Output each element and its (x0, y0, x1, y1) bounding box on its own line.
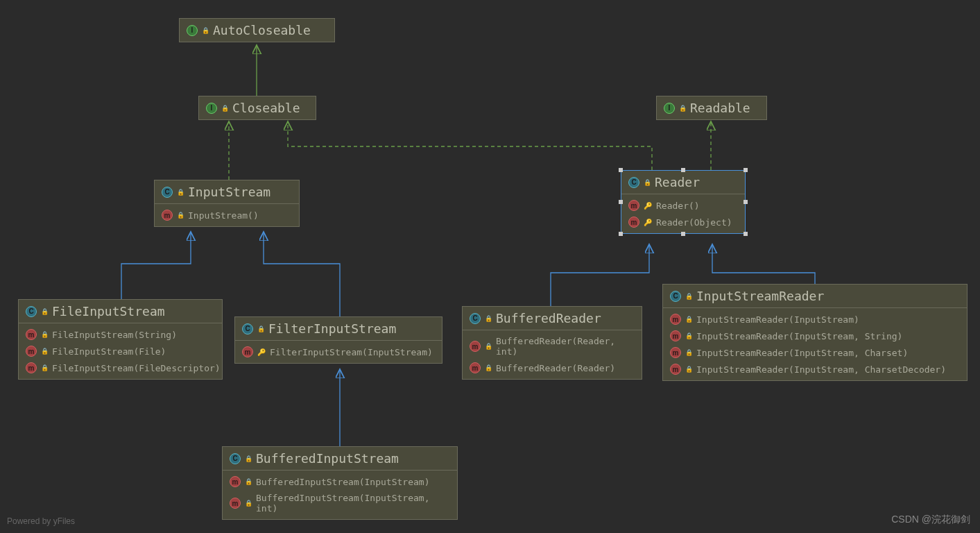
member-row: m🔒FileInputStream(FileDescriptor) (19, 359, 222, 376)
lock-icon: 🔒 (257, 325, 264, 332)
node-autocloseable[interactable]: I 🔒 AutoCloseable (179, 18, 335, 42)
interface-icon: I (206, 103, 217, 114)
lock-icon: 🔒 (685, 293, 692, 300)
selection-handle[interactable] (619, 168, 623, 172)
interface-icon: I (187, 25, 198, 36)
member-sig: FilterInputStream(InputStream) (270, 347, 433, 357)
lock-icon: 🔒 (177, 212, 184, 219)
selection-handle[interactable] (743, 200, 748, 204)
lock-icon: 🔒 (202, 27, 209, 34)
member-sig: InputStream() (188, 210, 259, 221)
node-fileinputstream[interactable]: C 🔒 FileInputStream m🔒FileInputStream(St… (18, 299, 223, 380)
lock-icon: 🔒 (685, 349, 692, 356)
member-sig: InputStreamReader(InputStream, String) (696, 331, 902, 341)
member-sig: FileInputStream(FileDescriptor) (52, 363, 221, 373)
node-inputstreamreader[interactable]: C 🔒 InputStreamReader m🔒InputStreamReade… (662, 284, 968, 381)
method-icon: m (162, 210, 173, 221)
member-row: m🔒FileInputStream(File) (19, 343, 222, 359)
lock-icon: 🔒 (245, 478, 252, 485)
lock-icon: 🔒 (245, 455, 252, 462)
method-icon: m (242, 346, 253, 357)
member-sig: BufferedReader(Reader, int) (496, 336, 635, 357)
selection-handle[interactable] (619, 200, 623, 204)
member-sig: FileInputStream(String) (52, 330, 177, 340)
node-readable[interactable]: I 🔒 Readable (656, 96, 767, 120)
member-row: m🔒BufferedReader(Reader, int) (463, 333, 642, 359)
lock-icon: 🔒 (485, 364, 492, 371)
class-icon: C (162, 187, 173, 198)
class-icon: C (230, 453, 241, 464)
node-title: BufferedReader (496, 311, 601, 325)
method-icon: m (230, 498, 241, 509)
member-row: m🔒InputStreamReader(InputStream, Charset… (663, 361, 967, 378)
interface-icon: I (664, 103, 675, 114)
node-title: BufferedInputStream (256, 451, 399, 466)
method-icon: m (470, 362, 481, 373)
member-sig: BufferedInputStream(InputStream, int) (256, 493, 450, 514)
lock-icon: 🔒 (644, 179, 651, 186)
node-filterinputstream[interactable]: C 🔒 FilterInputStream m🔑FilterInputStrea… (234, 316, 442, 364)
watermark-right: CSDN @浣花御剑 (891, 514, 970, 526)
lock-icon: 🔒 (41, 348, 48, 355)
node-bufferedreader[interactable]: C 🔒 BufferedReader m🔒BufferedReader(Read… (462, 306, 642, 380)
selection-handle[interactable] (681, 168, 685, 172)
lock-icon: 🔒 (177, 189, 184, 196)
node-bufferedinputstream[interactable]: C 🔒 BufferedInputStream m🔒BufferedInputS… (222, 446, 458, 520)
method-icon: m (670, 314, 681, 325)
key-icon: 🔑 (257, 348, 266, 356)
method-icon: m (26, 362, 37, 373)
member-sig: InputStreamReader(InputStream, CharsetDe… (696, 364, 946, 375)
member-row: m 🔑 Reader() (621, 197, 745, 214)
member-row: m🔒BufferedReader(Reader) (463, 359, 642, 376)
member-row: m🔒InputStreamReader(InputStream) (663, 311, 967, 328)
diagram-edges (0, 0, 980, 533)
key-icon: 🔑 (644, 202, 652, 210)
method-icon: m (628, 200, 639, 211)
lock-icon: 🔒 (41, 331, 48, 338)
class-icon: C (628, 177, 639, 188)
node-title: Readable (690, 101, 750, 115)
member-sig: BufferedReader(Reader) (496, 363, 615, 373)
method-icon: m (670, 364, 681, 375)
member-sig: InputStreamReader(InputStream, Charset) (696, 348, 908, 358)
lock-icon: 🔒 (679, 105, 686, 112)
class-icon: C (670, 291, 681, 302)
method-icon: m (628, 217, 639, 228)
selection-handle[interactable] (743, 232, 748, 236)
node-title: FilterInputStream (268, 321, 396, 336)
lock-icon: 🔒 (685, 316, 692, 323)
lock-icon: 🔒 (245, 500, 252, 507)
node-closeable[interactable]: I 🔒 Closeable (198, 96, 316, 120)
method-icon: m (670, 330, 681, 341)
class-icon: C (470, 313, 481, 324)
lock-icon: 🔒 (41, 308, 48, 315)
class-icon: C (242, 323, 253, 335)
selection-handle[interactable] (681, 232, 685, 236)
member-sig: FileInputStream(File) (52, 346, 166, 357)
class-icon: C (26, 306, 37, 317)
node-title: AutoCloseable (213, 23, 311, 37)
member-row: m 🔒 InputStream() (155, 207, 299, 223)
lock-icon: 🔒 (221, 105, 228, 112)
method-icon: m (26, 346, 37, 357)
node-title: FileInputStream (52, 304, 165, 319)
member-row: m🔒BufferedInputStream(InputStream) (223, 473, 457, 490)
selection-handle[interactable] (619, 232, 623, 236)
node-title: Reader (655, 175, 700, 189)
lock-icon: 🔒 (41, 364, 48, 371)
lock-icon: 🔒 (485, 343, 492, 350)
member-row: m🔒InputStreamReader(InputStream, Charset… (663, 344, 967, 361)
member-row: m🔒BufferedInputStream(InputStream, int) (223, 490, 457, 516)
node-title: Closeable (232, 101, 300, 115)
method-icon: m (470, 341, 481, 352)
member-sig: Reader() (656, 201, 700, 211)
member-sig: BufferedInputStream(InputStream) (256, 477, 429, 487)
method-icon: m (230, 476, 241, 487)
node-inputstream[interactable]: C 🔒 InputStream m 🔒 InputStream() (154, 180, 300, 227)
selection-handle[interactable] (743, 168, 748, 172)
key-icon: 🔑 (644, 219, 652, 226)
node-reader[interactable]: C 🔒 Reader m 🔑 Reader() m 🔑 Reader(Objec… (621, 170, 746, 234)
member-sig: Reader(Object) (656, 217, 732, 228)
member-row: m🔒FileInputStream(String) (19, 326, 222, 343)
node-title: InputStreamReader (696, 289, 824, 303)
